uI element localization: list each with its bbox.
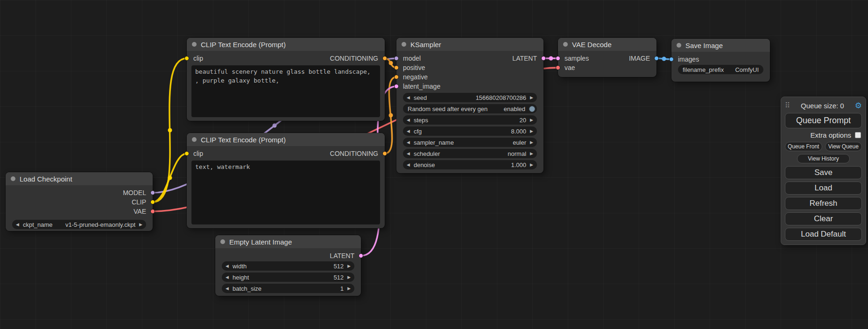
load-button[interactable]: Load xyxy=(785,182,862,195)
positive-input-port[interactable] xyxy=(394,65,399,70)
queue-buttons-row: Queue Front View Queue xyxy=(785,142,862,151)
sampler-name-widget[interactable]: ◀ sampler_name euler ▶ xyxy=(403,138,537,147)
node-vae-decode[interactable]: VAE Decode samples IMAGE vae xyxy=(558,38,656,77)
widget-value: normal xyxy=(508,150,526,157)
queue-prompt-button[interactable]: Queue Prompt xyxy=(785,113,862,128)
node-load-checkpoint[interactable]: Load Checkpoint MODEL CLIP VAE ◀ ckpt_na… xyxy=(6,172,153,231)
decrement-arrow-icon[interactable]: ◀ xyxy=(16,223,19,227)
decrement-arrow-icon[interactable]: ◀ xyxy=(226,264,229,268)
node-clip-text-encode-positive[interactable]: CLIP Text Encode (Prompt) clip CONDITION… xyxy=(187,38,385,121)
node-clip-text-encode-negative[interactable]: CLIP Text Encode (Prompt) clip CONDITION… xyxy=(187,133,385,228)
seed-widget[interactable]: ◀ seed 156680208700286 ▶ xyxy=(403,93,537,102)
latent-output-port[interactable] xyxy=(359,253,363,258)
latent-output-port[interactable] xyxy=(541,56,546,61)
port-row: clip CONDITIONING xyxy=(187,149,385,158)
model-output-port[interactable] xyxy=(150,190,155,195)
collapse-dot-icon[interactable] xyxy=(220,239,225,244)
negative-prompt-textarea[interactable]: text, watermark xyxy=(191,161,380,224)
denoise-widget[interactable]: ◀ denoise 1.000 ▶ xyxy=(403,160,537,169)
widget-label: width xyxy=(233,263,247,270)
node-save-image[interactable]: Save Image images filename_prefix ComfyU… xyxy=(671,39,770,82)
conditioning-output-port[interactable] xyxy=(382,56,387,61)
node-title-bar[interactable]: Save Image xyxy=(671,39,770,52)
batch-size-widget[interactable]: ◀ batch_size 1 ▶ xyxy=(222,284,354,293)
increment-arrow-icon[interactable]: ▶ xyxy=(347,264,351,268)
vae-output-port[interactable] xyxy=(150,209,155,214)
increment-arrow-icon[interactable]: ▶ xyxy=(347,287,351,291)
extra-options-label: Extra options xyxy=(810,131,851,139)
refresh-button[interactable]: Refresh xyxy=(785,197,862,210)
decrement-arrow-icon[interactable]: ◀ xyxy=(226,275,229,280)
increment-arrow-icon[interactable]: ▶ xyxy=(530,129,533,133)
node-title-bar[interactable]: Empty Latent Image xyxy=(215,235,361,248)
scheduler-widget[interactable]: ◀ scheduler normal ▶ xyxy=(403,149,537,158)
wire-clip-to-negative-prompt[interactable] xyxy=(153,154,187,202)
node-graph-canvas[interactable]: Load Checkpoint MODEL CLIP VAE ◀ ckpt_na… xyxy=(0,0,868,329)
increment-arrow-icon[interactable]: ▶ xyxy=(530,163,533,167)
ckpt-name-widget[interactable]: ◀ ckpt_name v1-5-pruned-emaonly.ckpt ▶ xyxy=(12,220,146,229)
view-queue-button[interactable]: View Queue xyxy=(825,142,862,151)
output-label-clip: CLIP xyxy=(132,198,146,206)
clip-input-port[interactable] xyxy=(184,151,189,156)
extra-options-checkbox[interactable] xyxy=(855,132,861,138)
wire-clip-to-positive-prompt[interactable] xyxy=(153,58,187,202)
vae-input-port[interactable] xyxy=(556,65,560,70)
increment-arrow-icon[interactable]: ▶ xyxy=(530,152,533,156)
clear-button[interactable]: Clear xyxy=(785,212,862,225)
widget-label: batch_size xyxy=(233,285,261,292)
random-seed-toggle[interactable] xyxy=(529,106,535,112)
node-title-bar[interactable]: KSampler xyxy=(396,38,543,51)
decrement-arrow-icon[interactable]: ◀ xyxy=(407,163,410,167)
latent-image-input-port[interactable] xyxy=(394,84,399,89)
width-widget[interactable]: ◀ width 512 ▶ xyxy=(222,261,354,271)
conditioning-output-port[interactable] xyxy=(382,151,387,156)
cfg-widget[interactable]: ◀ cfg 8.000 ▶ xyxy=(403,126,537,136)
collapse-dot-icon[interactable] xyxy=(192,42,197,47)
increment-arrow-icon[interactable]: ▶ xyxy=(347,275,351,280)
height-widget[interactable]: ◀ height 512 ▶ xyxy=(222,273,354,282)
node-title-bar[interactable]: CLIP Text Encode (Prompt) xyxy=(187,38,385,51)
increment-arrow-icon[interactable]: ▶ xyxy=(530,96,533,100)
increment-arrow-icon[interactable]: ▶ xyxy=(139,223,142,227)
node-title-bar[interactable]: Load Checkpoint xyxy=(6,172,153,185)
node-ksampler[interactable]: KSampler model LATENT positive negative … xyxy=(396,38,543,173)
decrement-arrow-icon[interactable]: ◀ xyxy=(407,96,410,100)
decrement-arrow-icon[interactable]: ◀ xyxy=(407,152,410,156)
wire-conditioning-negative[interactable] xyxy=(385,77,396,154)
collapse-dot-icon[interactable] xyxy=(563,42,568,47)
increment-arrow-icon[interactable]: ▶ xyxy=(530,140,533,145)
decrement-arrow-icon[interactable]: ◀ xyxy=(407,118,410,122)
steps-widget[interactable]: ◀ steps 20 ▶ xyxy=(403,115,537,125)
random-seed-widget[interactable]: Random seed after every gen enabled xyxy=(403,104,537,113)
decrement-arrow-icon[interactable]: ◀ xyxy=(226,287,229,291)
link-midpoint-dot xyxy=(389,61,393,65)
images-input-port[interactable] xyxy=(669,57,674,62)
negative-input-port[interactable] xyxy=(394,75,399,79)
collapse-dot-icon[interactable] xyxy=(192,137,197,142)
view-history-button[interactable]: View History xyxy=(797,154,849,163)
save-button[interactable]: Save xyxy=(785,166,862,179)
node-empty-latent-image[interactable]: Empty Latent Image LATENT ◀ width 512 ▶ … xyxy=(215,235,361,296)
queue-front-button[interactable]: Queue Front xyxy=(785,142,822,151)
image-output-port[interactable] xyxy=(654,56,659,61)
node-title-bar[interactable]: VAE Decode xyxy=(558,38,656,51)
positive-prompt-textarea[interactable]: beautiful scenery nature glass bottle la… xyxy=(191,65,380,117)
decrement-arrow-icon[interactable]: ◀ xyxy=(407,140,410,145)
collapse-dot-icon[interactable] xyxy=(402,42,406,47)
collapse-dot-icon[interactable] xyxy=(677,43,681,48)
model-input-port[interactable] xyxy=(394,56,399,61)
link-midpoint-dot xyxy=(168,176,172,180)
port-row-negative: negative xyxy=(396,72,543,82)
increment-arrow-icon[interactable]: ▶ xyxy=(530,118,533,122)
decrement-arrow-icon[interactable]: ◀ xyxy=(407,129,410,133)
clip-output-port[interactable] xyxy=(150,200,155,204)
collapse-dot-icon[interactable] xyxy=(11,176,15,181)
node-title-bar[interactable]: CLIP Text Encode (Prompt) xyxy=(187,133,385,146)
settings-gear-icon[interactable]: ⚙ xyxy=(855,101,862,111)
load-default-button[interactable]: Load Default xyxy=(785,228,862,241)
drag-handle-icon[interactable]: ⠿ xyxy=(785,101,790,110)
clip-input-port[interactable] xyxy=(184,56,189,61)
widget-value: enabled xyxy=(504,105,525,112)
samples-input-port[interactable] xyxy=(556,56,560,61)
filename-prefix-widget[interactable]: filename_prefix ComfyUI xyxy=(678,65,763,74)
